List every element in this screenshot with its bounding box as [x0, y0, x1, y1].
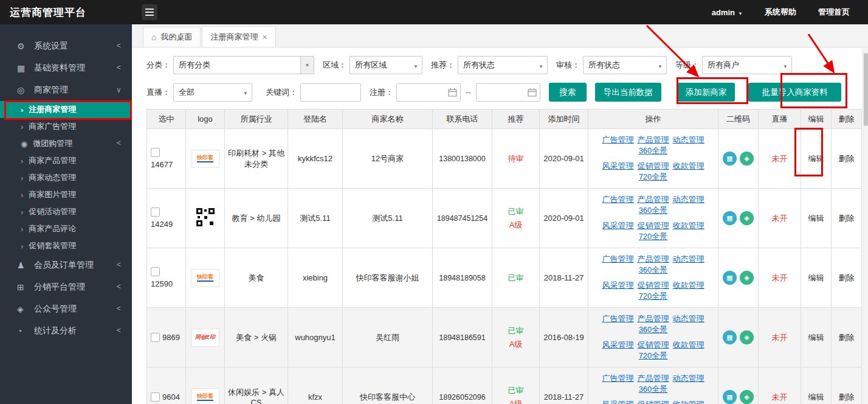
sidebar-toggle-button[interactable] — [142, 4, 157, 20]
sidebar-item-merchant-images[interactable]: 商家图片管理 — [0, 186, 132, 203]
delete-link[interactable]: 删除 — [839, 214, 855, 223]
promo-mgmt-link[interactable]: 促销管理 — [638, 280, 669, 290]
delete-link[interactable]: 删除 — [839, 273, 855, 282]
qrcode-green-icon[interactable] — [740, 152, 754, 165]
qrcode-icon[interactable] — [723, 390, 737, 404]
pano720-link[interactable]: 720全景 — [639, 351, 668, 360]
sidebar-item-merchant-products[interactable]: 商家产品管理 — [0, 152, 132, 169]
qrcode-icon[interactable] — [723, 330, 737, 344]
batch-import-button[interactable]: 批量导入商家资料 — [748, 83, 841, 102]
product-mgmt-link[interactable]: 产品管理 — [638, 374, 669, 383]
sidebar-item-statistics[interactable]: 统计及分析 < — [0, 320, 132, 342]
close-icon[interactable] — [262, 32, 267, 42]
delete-link[interactable]: 删除 — [839, 392, 855, 402]
register-date-to-input[interactable] — [476, 83, 540, 102]
qrcode-green-icon[interactable] — [740, 211, 754, 225]
news-mgmt-link[interactable]: 动态管理 — [673, 135, 704, 144]
ads-mgmt-link[interactable]: 广告管理 — [602, 254, 634, 263]
grade-select[interactable]: 所有商户 — [702, 56, 792, 74]
audit-select[interactable]: 所有状态 — [583, 56, 667, 74]
live-select[interactable]: 全部 — [173, 83, 252, 102]
pano720-link[interactable]: 720全景 — [639, 172, 668, 181]
pano360-link[interactable]: 360全景 — [639, 265, 668, 274]
category-select[interactable]: 所有分类 — [173, 56, 314, 74]
edit-link[interactable]: 编辑 — [808, 392, 824, 402]
sidebar-item-registered-merchants[interactable]: 注册商家管理 — [0, 101, 132, 118]
row-checkbox[interactable] — [151, 333, 160, 342]
ads-mgmt-link[interactable]: 广告管理 — [602, 374, 634, 383]
style-mgmt-link[interactable]: 风采管理 — [602, 400, 634, 404]
ads-mgmt-link[interactable]: 广告管理 — [602, 314, 634, 323]
sidebar-item-merchant-mgmt[interactable]: 商家管理 ∨ — [0, 79, 132, 101]
qrcode-icon[interactable] — [723, 152, 737, 165]
promo-mgmt-link[interactable]: 促销管理 — [638, 400, 669, 404]
sidebar-item-members-orders[interactable]: 会员及订单管理 < — [0, 254, 132, 276]
tab-registered-merchants[interactable]: 注册商家管理 — [202, 26, 275, 47]
promo-mgmt-link[interactable]: 促销管理 — [638, 340, 669, 349]
region-select[interactable]: 所有区域 — [350, 56, 422, 74]
edit-link[interactable]: 编辑 — [808, 333, 824, 342]
qrcode-icon[interactable] — [723, 271, 737, 285]
sidebar-item-promo-bundles[interactable]: 促销套装管理 — [0, 237, 132, 254]
style-mgmt-link[interactable]: 风采管理 — [602, 340, 634, 349]
style-mgmt-link[interactable]: 风采管理 — [602, 221, 634, 230]
payment-mgmt-link[interactable]: 收款管理 — [673, 400, 704, 404]
qrcode-icon[interactable] — [723, 211, 737, 225]
register-date-from-input[interactable] — [396, 83, 461, 102]
row-checkbox[interactable] — [151, 267, 160, 276]
ads-mgmt-link[interactable]: 广告管理 — [602, 195, 634, 204]
qrcode-green-icon[interactable] — [740, 390, 754, 404]
recommend-select[interactable]: 所有状态 — [458, 56, 548, 74]
pano360-link[interactable]: 360全景 — [639, 325, 668, 334]
style-mgmt-link[interactable]: 风采管理 — [602, 161, 634, 170]
pano360-link[interactable]: 360全景 — [639, 385, 668, 394]
news-mgmt-link[interactable]: 动态管理 — [673, 374, 704, 383]
promo-mgmt-link[interactable]: 促销管理 — [638, 221, 669, 230]
payment-mgmt-link[interactable]: 收款管理 — [673, 221, 704, 230]
qrcode-green-icon[interactable] — [740, 330, 754, 344]
qrcode-green-icon[interactable] — [740, 271, 754, 285]
pano720-link[interactable]: 720全景 — [639, 291, 668, 301]
tab-my-desktop[interactable]: 我的桌面 — [143, 27, 201, 47]
news-mgmt-link[interactable]: 动态管理 — [673, 314, 704, 323]
delete-link[interactable]: 删除 — [839, 333, 855, 342]
keyword-input[interactable] — [300, 83, 361, 102]
pano360-link[interactable]: 360全景 — [639, 206, 668, 215]
edit-link[interactable]: 编辑 — [808, 154, 824, 163]
sidebar-item-distribution[interactable]: 分销平台管理 < — [0, 276, 132, 298]
row-checkbox[interactable] — [151, 148, 160, 157]
payment-mgmt-link[interactable]: 收款管理 — [673, 161, 704, 170]
news-mgmt-link[interactable]: 动态管理 — [673, 195, 704, 204]
edit-link[interactable]: 编辑 — [808, 273, 824, 282]
sidebar-item-basic-data[interactable]: 基础资料管理 < — [0, 57, 132, 79]
pano720-link[interactable]: 720全景 — [639, 232, 668, 241]
sidebar-item-product-reviews[interactable]: 商家产品评论 — [0, 220, 132, 237]
sidebar-item-system-settings[interactable]: 系统设置 < — [0, 35, 132, 57]
export-button[interactable]: 导出当前数据 — [595, 83, 661, 102]
search-button[interactable]: 搜索 — [549, 83, 587, 102]
product-mgmt-link[interactable]: 产品管理 — [638, 314, 669, 323]
sidebar-item-merchant-news[interactable]: 商家动态管理 — [0, 169, 132, 186]
ads-mgmt-link[interactable]: 广告管理 — [602, 135, 634, 144]
row-checkbox[interactable] — [151, 392, 160, 402]
product-mgmt-link[interactable]: 产品管理 — [638, 254, 669, 263]
product-mgmt-link[interactable]: 产品管理 — [638, 195, 669, 204]
edit-link[interactable]: 编辑 — [808, 214, 824, 223]
sidebar-item-micro-groupbuy[interactable]: 微团购管理 < — [0, 135, 132, 152]
sidebar-item-merchant-ads[interactable]: 商家广告管理 — [0, 118, 132, 135]
sidebar-item-public-account[interactable]: 公众号管理 < — [0, 298, 132, 320]
pano360-link[interactable]: 360全景 — [639, 146, 668, 155]
style-mgmt-link[interactable]: 风采管理 — [602, 280, 634, 290]
product-mgmt-link[interactable]: 产品管理 — [638, 135, 669, 144]
admin-home-link[interactable]: 管理首页 — [818, 7, 850, 18]
news-mgmt-link[interactable]: 动态管理 — [673, 254, 704, 263]
sidebar-item-promo-activities[interactable]: 促销活动管理 — [0, 203, 132, 220]
scrollbar-thumb[interactable] — [864, 53, 868, 126]
add-merchant-button[interactable]: 添加新商家 — [677, 83, 735, 102]
row-checkbox[interactable] — [151, 207, 160, 217]
payment-mgmt-link[interactable]: 收款管理 — [673, 340, 704, 349]
user-menu[interactable]: admin — [712, 8, 743, 17]
delete-link[interactable]: 删除 — [839, 154, 855, 163]
promo-mgmt-link[interactable]: 促销管理 — [638, 161, 669, 170]
help-link[interactable]: 系统帮助 — [765, 7, 796, 18]
